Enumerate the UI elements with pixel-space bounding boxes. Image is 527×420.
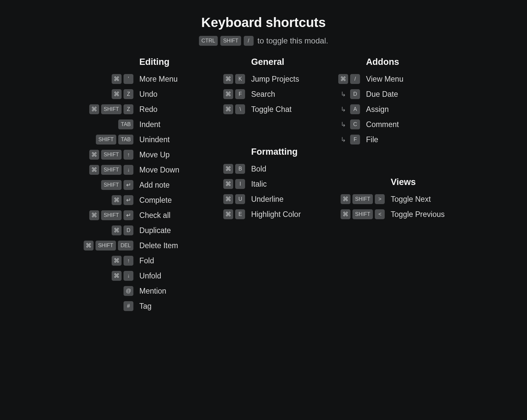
shortcut-row: ⌘BBold [219,164,301,174]
shortcut-label: Italic [251,180,266,189]
section-title-formatting: Formatting [251,147,301,157]
section-views-rows: ⌘SHIFT>Toggle Next⌘SHIFT<Toggle Previous [340,194,445,220]
shortcut-keys: ⌘SHIFTZ [82,104,133,114]
shortcut-row: ⌘↵Complete [82,195,179,205]
section-general: General ⌘KJump Projects⌘FSearch⌘\Toggle … [219,57,301,119]
section-title-editing: Editing [139,57,179,67]
key-slash: / [244,36,254,46]
shortcut-keys: ↳F [340,135,360,144]
shortcut-keys: SHIFT↵ [82,180,133,190]
keyboard-shortcuts-modal: Keyboard shortcuts CTRL SHIFT / to toggl… [0,0,527,330]
shortcut-label: Move Down [139,166,179,174]
shortcut-row: ⌘SHIFT↵Check all [82,210,179,221]
key-char: D [124,225,133,235]
key-char: A [350,104,360,114]
key-cmd-icon: ⌘ [89,210,99,220]
key-cmd-icon: ⌘ [223,89,233,99]
sub-arrow-icon: ↳ [338,119,348,129]
shortcut-row: #Tag [82,301,179,311]
shortcut-label: Complete [139,196,172,205]
section-addons: Addons ⌘/View Menu↳DDue Date↳AAssign↳CCo… [340,57,445,149]
shortcut-label: Unfold [139,272,161,280]
key-shift: SHIFT [101,165,122,175]
key-char: Z [124,104,133,114]
shortcut-label: More Menu [139,75,178,84]
key-cmd-icon: ⌘ [89,104,99,114]
key-char: < [375,209,385,219]
key-cmd-icon: ⌘ [223,164,233,174]
shortcut-keys: @ [82,286,133,296]
shortcut-keys: ⌘\ [219,104,245,114]
shortcut-row: ⌘SHIFTDELDelete Item [82,240,179,251]
key-shift: SHIFT [96,241,116,250]
shortcut-label: Duplicate [139,226,171,235]
key-enter-icon: ↵ [124,195,133,205]
section-addons-rows: ⌘/View Menu↳DDue Date↳AAssign↳CComment↳F… [340,74,445,145]
shortcut-row: ⌘↑Fold [82,255,179,266]
shortcut-row: ↳DDue Date [340,89,445,99]
shortcut-row: ⌘/View Menu [340,74,445,84]
shortcut-keys: ⌘D [82,225,133,235]
section-title-general: General [251,57,301,67]
key-shift: SHIFT [352,209,373,219]
key-arrow-down-icon: ↓ [124,165,133,175]
shortcut-row: @Mention [82,286,179,296]
shortcut-keys: ⌘I [219,179,245,189]
shortcut-keys: ↳A [340,104,360,114]
section-formatting-rows: ⌘BBold⌘IItalic⌘UUnderline⌘EHighlight Col… [219,164,301,220]
key-char: E [235,209,245,219]
key-char: F [350,135,360,144]
shortcut-keys: ⌘/ [340,74,360,84]
shortcut-label: Toggle Chat [251,105,291,114]
key-char: # [124,301,133,311]
key-enter-icon: ↵ [124,180,133,190]
key-cmd-icon: ⌘ [112,256,122,266]
shortcut-row: ⌘\Toggle Chat [219,104,301,115]
key-char: ' [124,74,133,84]
key-shift: SHIFT [352,194,373,204]
key-char: I [235,179,245,189]
shortcut-row: ⌘SHIFT↓Move Down [82,165,179,175]
shortcut-label: Delete Item [139,241,178,250]
shortcut-label: Fold [139,256,154,265]
shortcut-row: SHIFTTABUnindent [82,134,179,145]
sub-arrow-icon: ↳ [338,89,348,99]
key-tab: TAB [118,119,133,129]
shortcut-keys: ⌘K [219,74,245,84]
key-shift: SHIFT [96,135,116,144]
key-cmd-icon: ⌘ [112,89,122,99]
shortcut-row: ⌘UUnderline [219,194,301,204]
section-views: Views ⌘SHIFT>Toggle Next⌘SHIFT<Toggle Pr… [340,177,445,224]
key-char: Z [124,89,133,99]
shortcut-label: File [366,135,378,144]
shortcut-row: ⌘↓Unfold [82,271,179,281]
shortcut-label: Search [251,90,275,99]
shortcut-keys: SHIFTTAB [82,135,133,144]
shortcut-label: Assign [366,105,389,114]
shortcut-label: Due Date [366,90,398,99]
section-general-rows: ⌘KJump Projects⌘FSearch⌘\Toggle Chat [219,74,301,115]
key-char: K [235,74,245,84]
shortcut-label: View Menu [366,75,403,84]
shortcut-row: ⌘EHighlight Color [219,209,301,220]
sub-arrow-icon: ↳ [338,135,348,144]
key-cmd-icon: ⌘ [112,271,122,281]
shortcut-keys: # [82,301,133,311]
key-char: U [235,194,245,204]
shortcut-row: TABIndent [82,119,179,130]
key-arrow-up-icon: ↑ [124,150,133,160]
key-shift: SHIFT [220,36,241,46]
key-cmd-icon: ⌘ [341,194,350,204]
key-cmd-icon: ⌘ [223,179,233,189]
key-shift: SHIFT [101,150,122,160]
shortcut-label: Move Up [139,150,170,159]
section-formatting: Formatting ⌘BBold⌘IItalic⌘UUnderline⌘EHi… [219,147,301,224]
key-del: DEL [118,241,133,250]
column-editing: Editing ⌘'More Menu⌘ZUndo⌘SHIFTZRedoTABI… [82,57,179,330]
subtitle: CTRL SHIFT / to toggle this modal. [0,36,527,46]
section-title-addons: Addons [366,57,445,67]
shortcut-label: Add note [139,181,170,190]
key-shift: SHIFT [101,104,122,114]
shortcut-row: ⌘SHIFT>Toggle Next [340,194,445,204]
shortcut-label: Bold [251,165,266,173]
